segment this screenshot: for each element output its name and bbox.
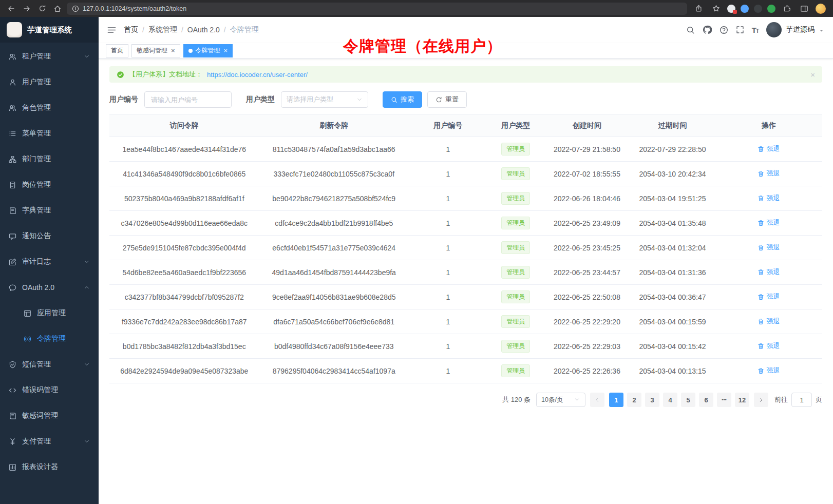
table-row: c342377bf8b344799dcbf7bf095287f2 9ce8ef2… <box>109 285 822 309</box>
home-icon[interactable] <box>51 3 64 15</box>
page-button-1[interactable]: 1 <box>609 393 623 407</box>
sidebar-item-label: 错误码管理 <box>22 385 58 395</box>
force-logout-label: 强退 <box>766 169 780 178</box>
page-button-12[interactable]: 12 <box>735 393 749 407</box>
sidebar-item-post[interactable]: 岗位管理 <box>0 172 99 198</box>
forward-icon[interactable] <box>21 3 33 15</box>
prev-page-button[interactable] <box>590 393 604 407</box>
user-menu[interactable]: 芋道源码 <box>766 22 825 37</box>
sidebar-item-label: 租户管理 <box>22 52 51 61</box>
sidebar-item-sms[interactable]: 短信管理 <box>0 352 99 377</box>
force-logout-button[interactable]: 强退 <box>758 144 780 153</box>
breadcrumb-current: 令牌管理 <box>230 25 259 34</box>
sidebar-item-label: 角色管理 <box>22 103 51 112</box>
browser-profile-avatar[interactable] <box>816 4 826 14</box>
page-size-select[interactable]: 10条/页 <box>536 393 585 407</box>
action-cell: 强退 <box>715 334 822 359</box>
next-page-button[interactable] <box>754 393 768 407</box>
extension-icon-1[interactable] <box>727 5 735 13</box>
sidebar-item-notice[interactable]: 通知公告 <box>0 223 99 249</box>
create-time-cell: 2022-06-25 22:50:08 <box>544 285 630 309</box>
page-button-3[interactable]: 3 <box>645 393 659 407</box>
force-logout-button[interactable]: 强退 <box>758 193 780 203</box>
github-icon[interactable] <box>703 25 712 34</box>
font-size-icon[interactable]: TT <box>752 26 759 34</box>
sidebar-item-oauth2-token[interactable]: 令牌管理 <box>0 326 99 352</box>
breadcrumb-home[interactable]: 首页 <box>124 25 138 34</box>
fullscreen-icon[interactable] <box>736 26 744 34</box>
force-logout-button[interactable]: 强退 <box>758 169 780 178</box>
breadcrumb-oauth2[interactable]: OAuth 2.0 <box>187 26 220 34</box>
page-button-4[interactable]: 4 <box>663 393 677 407</box>
sidebar: 芋道管理系统 租户管理 用户管理 角色管理 菜单管理 部门管理 岗位管理 字典管… <box>0 17 99 504</box>
sidebar-item-report-designer[interactable]: 报表设计器 <box>0 454 99 480</box>
tab-sensitive-word[interactable]: 敏感词管理 × <box>131 44 180 57</box>
tab-home[interactable]: 首页 <box>106 44 128 57</box>
tab-token[interactable]: 令牌管理 × <box>183 44 233 57</box>
chevron-down-icon <box>819 28 825 34</box>
breadcrumb-system[interactable]: 系统管理 <box>148 25 177 34</box>
force-logout-button[interactable]: 强退 <box>758 292 780 301</box>
expire-time-cell: 2054-03-04 00:15:59 <box>630 309 715 334</box>
page-buttons: 123456•••12 <box>609 393 749 407</box>
sidebar-item-audit-log[interactable]: 审计日志 <box>0 249 99 275</box>
sidebar-item-tenant[interactable]: 租户管理 <box>0 44 99 69</box>
force-logout-button[interactable]: 强退 <box>758 267 780 277</box>
force-logout-button[interactable]: 强退 <box>758 243 780 252</box>
site-info-icon[interactable] <box>72 5 79 12</box>
share-icon[interactable] <box>692 3 705 15</box>
sidebar-item-dict[interactable]: 字典管理 <box>0 198 99 223</box>
trash-icon <box>758 195 764 202</box>
table-row: b0d1785bc3a8482f812db4a3f3bd15ec b0df498… <box>109 334 822 359</box>
extension-icon-4[interactable] <box>767 5 775 13</box>
app-logo[interactable]: 芋道管理系统 <box>0 17 99 43</box>
sidebar-item-sensitive-word[interactable]: 敏感词管理 <box>0 403 99 429</box>
split-view-icon[interactable] <box>798 3 810 15</box>
page-button-2[interactable]: 2 <box>627 393 641 407</box>
bookmark-star-icon[interactable] <box>710 3 722 15</box>
extension-icon-3[interactable] <box>754 5 762 13</box>
force-logout-button[interactable]: 强退 <box>758 366 780 375</box>
page-button-5[interactable]: 5 <box>681 393 695 407</box>
refresh-token-cell: b0df4980ffd34c67a08f9156e4eee733 <box>259 334 408 359</box>
alert-close-icon[interactable]: × <box>810 70 815 79</box>
back-icon[interactable] <box>5 3 17 15</box>
access-token-cell: 54d6be82ee5a460a9aedc1f9bf223656 <box>109 260 259 285</box>
sidebar-collapse-icon[interactable] <box>107 25 117 35</box>
sidebar-item-role[interactable]: 角色管理 <box>0 95 99 121</box>
extensions-puzzle-icon[interactable] <box>781 3 793 15</box>
tab-close-icon[interactable]: × <box>171 47 175 54</box>
search-icon[interactable] <box>686 26 695 34</box>
extension-icon-2[interactable] <box>741 5 749 13</box>
breadcrumb-separator: / <box>224 26 226 34</box>
reset-button[interactable]: 重置 <box>427 91 467 108</box>
page-ellipsis[interactable]: ••• <box>717 393 731 407</box>
page-button-6[interactable]: 6 <box>699 393 713 407</box>
sidebar-item-oauth2-app[interactable]: 应用管理 <box>0 300 99 326</box>
force-logout-label: 强退 <box>766 144 780 153</box>
force-logout-button[interactable]: 强退 <box>758 341 780 351</box>
user-type-select[interactable]: 请选择用户类型 <box>281 91 368 108</box>
browser-actions <box>690 3 828 15</box>
user-id-input[interactable] <box>144 91 232 108</box>
table-row: 54d6be82ee5a460a9aedc1f9bf223656 49d1aa4… <box>109 260 822 285</box>
user-id-cell: 1 <box>409 186 487 211</box>
sidebar-item-error-code[interactable]: 错误码管理 <box>0 377 99 403</box>
sidebar-item-dept[interactable]: 部门管理 <box>0 146 99 172</box>
refresh-icon[interactable] <box>36 3 48 15</box>
sidebar-item-oauth2[interactable]: OAuth 2.0 <box>0 275 99 300</box>
expire-time-cell: 2054-03-04 00:13:15 <box>630 359 715 383</box>
doc-link[interactable]: https://doc.iocoder.cn/user-center/ <box>207 71 308 79</box>
column-header-4: 创建时间 <box>544 114 630 137</box>
sidebar-item-payment[interactable]: 支付管理 <box>0 429 99 454</box>
search-button[interactable]: 搜索 <box>383 91 422 108</box>
force-logout-button[interactable]: 强退 <box>758 218 780 227</box>
goto-page-input[interactable] <box>791 393 812 407</box>
trash-icon <box>758 343 764 350</box>
sidebar-item-user[interactable]: 用户管理 <box>0 69 99 95</box>
help-icon[interactable] <box>720 26 728 34</box>
tab-close-icon[interactable]: × <box>224 47 228 54</box>
force-logout-button[interactable]: 强退 <box>758 317 780 326</box>
url-bar[interactable]: 127.0.0.1:1024/system/oauth2/token <box>67 3 687 15</box>
sidebar-item-menu[interactable]: 菜单管理 <box>0 121 99 146</box>
